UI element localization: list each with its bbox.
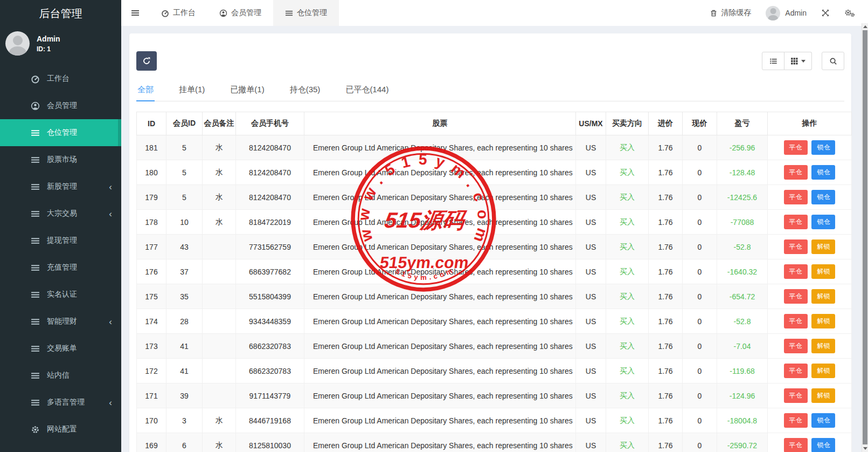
column-header: ID — [137, 112, 166, 135]
lock-button[interactable]: 解锁 — [811, 364, 835, 378]
close-position-button[interactable]: 平仓 — [784, 215, 808, 229]
cell-market: US — [576, 160, 606, 185]
grid-icon — [790, 57, 798, 65]
fullscreen-button[interactable] — [821, 9, 830, 17]
lock-button[interactable]: 锁仓 — [811, 190, 835, 204]
nav-tab[interactable]: 仓位管理 — [273, 0, 339, 26]
close-position-button[interactable]: 平仓 — [784, 140, 808, 155]
cell-stock: Emeren Group Ltd American Depositary Sha… — [304, 433, 576, 452]
list-view-icon — [769, 57, 777, 65]
gear-icon — [31, 425, 40, 434]
cell-id: 179 — [137, 185, 166, 210]
cell-pnl: -654.72 — [717, 284, 768, 309]
cell-member-remark: 水 — [203, 408, 236, 433]
filter-tab[interactable]: 挂单(1) — [178, 80, 206, 101]
lock-button[interactable]: 解锁 — [811, 239, 835, 254]
sidebar-item[interactable]: 充值管理 ‹ — [0, 254, 121, 281]
filter-tab[interactable]: 全部 — [136, 80, 155, 101]
lock-button[interactable]: 解锁 — [811, 314, 835, 328]
close-position-button[interactable]: 平仓 — [784, 413, 808, 428]
lock-button[interactable]: 锁仓 — [811, 165, 835, 180]
close-position-button[interactable]: 平仓 — [784, 438, 808, 452]
sidebar-item[interactable]: 新股管理 ‹ — [0, 173, 121, 200]
scroll-down-arrow-icon[interactable] — [863, 447, 867, 450]
cell-direction: 买入 — [606, 135, 649, 160]
cell-id: 171 — [137, 383, 166, 408]
cell-stock: Emeren Group Ltd American Depositary Sha… — [304, 210, 576, 235]
lock-button[interactable]: 解锁 — [811, 339, 835, 353]
sidebar-item[interactable]: 仓位管理 ‹ — [0, 119, 121, 146]
close-position-button[interactable]: 平仓 — [784, 165, 808, 180]
sidebar-item[interactable]: 大宗交易 ‹ — [0, 200, 121, 227]
search-button[interactable] — [822, 52, 844, 70]
sidebar-item[interactable]: 提现管理 ‹ — [0, 227, 121, 254]
grid-view-button[interactable] — [784, 52, 812, 70]
sidebar-toggle-button[interactable] — [121, 0, 149, 26]
scroll-up-arrow-icon[interactable] — [863, 25, 867, 28]
close-position-button[interactable]: 平仓 — [784, 239, 808, 254]
close-position-button[interactable]: 平仓 — [784, 364, 808, 378]
lock-button[interactable]: 锁仓 — [811, 215, 835, 229]
clear-cache-button[interactable]: 清除缓存 — [710, 8, 751, 18]
list-view-button[interactable] — [762, 52, 784, 70]
cell-market: US — [576, 383, 606, 408]
cell-entry-price: 1.76 — [649, 334, 683, 359]
settings-button[interactable] — [844, 9, 855, 17]
filter-tab[interactable]: 持仓(35) — [289, 80, 322, 101]
user-icon — [219, 9, 227, 17]
cell-id: 169 — [137, 433, 166, 452]
cell-actions: 平仓 解锁 — [768, 334, 852, 359]
lock-button[interactable]: 解锁 — [811, 388, 835, 403]
dashboard-icon — [31, 74, 40, 84]
navbar-user[interactable]: Admin — [766, 6, 807, 20]
sidebar-item[interactable]: 工作台 ‹ — [0, 65, 121, 92]
cell-entry-price: 1.76 — [649, 235, 683, 259]
table-row: 172 41 6862320783 Emeren Group Ltd Ameri… — [137, 359, 852, 383]
close-position-button[interactable]: 平仓 — [784, 314, 808, 328]
scrollbar-thumb[interactable] — [863, 30, 867, 444]
sidebar-item[interactable]: 智能理财 ‹ — [0, 308, 121, 335]
cell-direction: 买入 — [606, 185, 649, 210]
cell-member-remark — [203, 235, 236, 259]
lock-button[interactable]: 解锁 — [811, 289, 835, 304]
cell-direction: 买入 — [606, 210, 649, 235]
column-header: 现价 — [683, 112, 717, 135]
sidebar-item-label: 提现管理 — [47, 236, 77, 245]
nav-tab[interactable]: 会员管理 — [207, 0, 273, 26]
cell-member-remark: 水 — [203, 160, 236, 185]
view-toolbar — [762, 52, 844, 70]
sidebar-item[interactable]: 会员管理 ‹ — [0, 92, 121, 119]
sidebar-item[interactable]: 股票市场 ‹ — [0, 146, 121, 173]
lock-button[interactable]: 解锁 — [811, 264, 835, 279]
refresh-button[interactable] — [136, 51, 157, 71]
filter-tab[interactable]: 已平仓(144) — [344, 80, 390, 101]
sidebar-item[interactable]: 站内信 ‹ — [0, 362, 121, 389]
close-position-button[interactable]: 平仓 — [784, 339, 808, 353]
cell-stock: Emeren Group Ltd American Depositary Sha… — [304, 408, 576, 433]
clear-cache-label: 清除缓存 — [721, 8, 751, 18]
cell-member-phone: 8184722019 — [236, 210, 304, 235]
menu-icon — [131, 9, 140, 17]
close-position-button[interactable]: 平仓 — [784, 190, 808, 204]
close-position-button[interactable]: 平仓 — [784, 289, 808, 304]
sidebar-item[interactable]: 交易账单 ‹ — [0, 335, 121, 362]
sidebar-item[interactable]: 实名认证 ‹ — [0, 281, 121, 308]
dashboard-icon — [161, 9, 169, 17]
cell-id: 181 — [137, 135, 166, 160]
sidebar-item[interactable]: 网站配置 ‹ — [0, 416, 121, 443]
close-position-button[interactable]: 平仓 — [784, 264, 808, 279]
cell-actions: 平仓 锁仓 — [768, 408, 852, 433]
cell-member-id: 10 — [166, 210, 203, 235]
filter-tab[interactable]: 已撤单(1) — [229, 80, 265, 101]
sidebar-item[interactable]: 多语言管理 ‹ — [0, 389, 121, 416]
close-position-button[interactable]: 平仓 — [784, 388, 808, 403]
lock-button[interactable]: 锁仓 — [811, 140, 835, 155]
lock-button[interactable]: 锁仓 — [811, 438, 835, 452]
cell-member-phone: 6862320783 — [236, 359, 304, 383]
list-icon — [31, 155, 40, 165]
nav-tab[interactable]: 工作台 — [149, 0, 207, 26]
lock-button[interactable]: 锁仓 — [811, 413, 835, 428]
page-scrollbar[interactable] — [862, 23, 868, 452]
cell-member-remark — [203, 383, 236, 408]
cell-member-id: 5 — [166, 160, 203, 185]
